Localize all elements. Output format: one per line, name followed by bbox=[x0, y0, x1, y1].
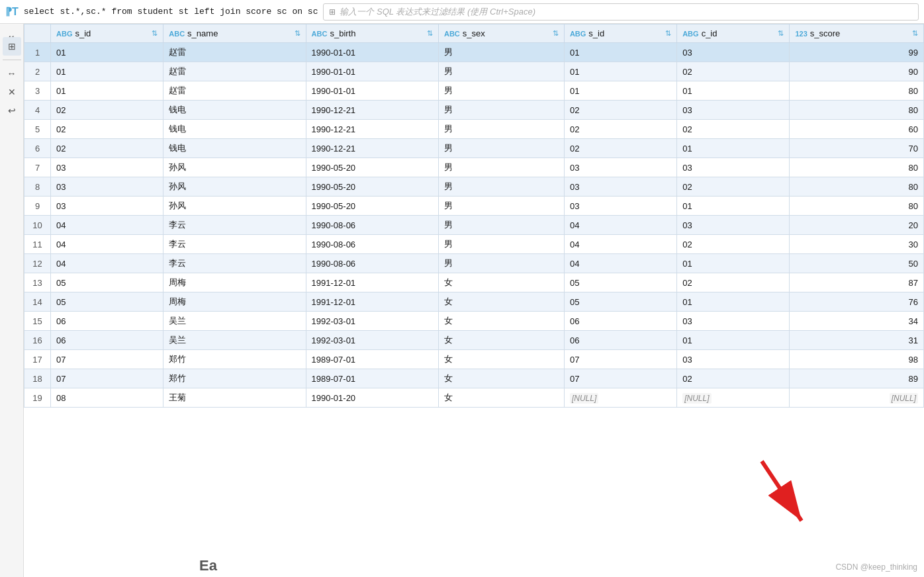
cell-sbirth: 1990-08-06 bbox=[306, 254, 438, 273]
col-name-ssex: s_sex bbox=[463, 28, 485, 38]
sidebar-icon-grid[interactable]: ⊞ bbox=[3, 37, 21, 56]
cell-cid: 01 bbox=[677, 81, 790, 101]
red-arrow bbox=[742, 455, 821, 541]
cell-ssex: 女 bbox=[438, 292, 564, 312]
table-row[interactable]: 1204李云1990-08-06男040150 bbox=[24, 254, 924, 273]
row-number-header bbox=[24, 24, 51, 43]
col-name-sbirth: s_birth bbox=[330, 28, 355, 38]
cell-cid: 03 bbox=[677, 350, 790, 369]
table-row[interactable]: 301赵雷1990-01-01男010180 bbox=[24, 81, 924, 101]
cell-sbirth: 1991-12-01 bbox=[306, 273, 438, 292]
cell-sbirth: 1990-01-01 bbox=[306, 62, 438, 81]
cell-sscore: 76 bbox=[790, 292, 924, 312]
sort-icon-sid1[interactable]: ⇅ bbox=[152, 29, 158, 38]
cell-sid2: 04 bbox=[564, 216, 676, 235]
cell-sname: 孙风 bbox=[163, 158, 306, 177]
table-row[interactable]: 402钱电1990-12-21男020380 bbox=[24, 101, 924, 120]
sidebar-label-structure[interactable]: 结构 bbox=[6, 26, 17, 32]
table-row[interactable]: 1004李云1990-08-06男040320 bbox=[24, 216, 924, 235]
cell-sid1: 03 bbox=[51, 197, 163, 216]
cell-sbirth: 1990-12-21 bbox=[306, 139, 438, 158]
sidebar-top-group: 结构 图 ⊞ bbox=[0, 26, 23, 56]
table-row[interactable]: 1606吴兰1992-03-01女060131 bbox=[24, 331, 924, 350]
col-name-sname: s_name bbox=[187, 28, 218, 38]
col-header-sscore[interactable]: 123 s_score ⇅ bbox=[790, 24, 924, 43]
cell-sname: 吴兰 bbox=[163, 312, 306, 331]
table-row[interactable]: 602钱电1990-12-21男020170 bbox=[24, 139, 924, 158]
col-header-ssex[interactable]: ABC s_sex ⇅ bbox=[438, 24, 564, 43]
cell-sid1: 08 bbox=[51, 388, 163, 408]
col-header-sid1[interactable]: ABG s_id ⇅ bbox=[51, 24, 163, 43]
row-number: 6 bbox=[24, 139, 51, 158]
main-area: 结构 图 ⊞ ↔ ✕ ↩ ABG s_id ⇅ bbox=[0, 24, 924, 577]
cell-ssex: 男 bbox=[438, 235, 564, 254]
cell-sid1: 01 bbox=[51, 62, 163, 81]
sort-icon-ssex[interactable]: ⇅ bbox=[553, 29, 559, 38]
cell-ssex: 女 bbox=[438, 388, 564, 408]
sidebar-bottom-group: ↔ ✕ ↩ bbox=[0, 64, 23, 120]
data-table: ABG s_id ⇅ ABC s_name ⇅ bbox=[24, 24, 924, 408]
cell-sname: 钱电 bbox=[163, 101, 306, 120]
row-number: 3 bbox=[24, 81, 51, 101]
table-row[interactable]: 903孙风1990-05-20男030180 bbox=[24, 197, 924, 216]
cell-sid1: 06 bbox=[51, 312, 163, 331]
cell-ssex: 男 bbox=[438, 197, 564, 216]
cell-ssex: 男 bbox=[438, 216, 564, 235]
cell-sid1: 07 bbox=[51, 350, 163, 369]
table-row[interactable]: 502钱电1990-12-21男020260 bbox=[24, 120, 924, 139]
cell-ssex: 男 bbox=[438, 81, 564, 101]
cell-sid2: 03 bbox=[564, 197, 676, 216]
type-badge-ssex: ABC bbox=[444, 30, 460, 38]
cell-sname: 李云 bbox=[163, 254, 306, 273]
table-row[interactable]: 1807郑竹1989-07-01女070289 bbox=[24, 369, 924, 388]
sort-icon-sname[interactable]: ⇅ bbox=[295, 29, 300, 38]
type-badge-sid1: ABG bbox=[56, 30, 72, 38]
sidebar-icon-close[interactable]: ✕ bbox=[3, 83, 21, 101]
col-header-sname[interactable]: ABC s_name ⇅ bbox=[163, 24, 306, 43]
cell-cid: 02 bbox=[677, 369, 790, 388]
sort-icon-sid2[interactable]: ⇅ bbox=[665, 29, 671, 38]
table-container[interactable]: ABG s_id ⇅ ABC s_name ⇅ bbox=[24, 24, 924, 577]
sidebar-icon-back[interactable]: ↩ bbox=[3, 101, 21, 120]
table-row[interactable]: 1707郑竹1989-07-01女070398 bbox=[24, 350, 924, 369]
table-row[interactable]: 703孙风1990-05-20男030380 bbox=[24, 158, 924, 177]
col-header-sbirth[interactable]: ABC s_birth ⇅ bbox=[306, 24, 438, 43]
sort-icon-sbirth[interactable]: ⇅ bbox=[427, 29, 433, 38]
cell-ssex: 女 bbox=[438, 273, 564, 292]
cell-ssex: 女 bbox=[438, 312, 564, 331]
sidebar-icon-resize[interactable]: ↔ bbox=[3, 64, 21, 83]
table-row[interactable]: 1405周梅1991-12-01女050176 bbox=[24, 292, 924, 312]
table-row[interactable]: 1104李云1990-08-06男040230 bbox=[24, 235, 924, 254]
cell-sid1: 07 bbox=[51, 369, 163, 388]
col-name-sid1: s_id bbox=[75, 28, 91, 38]
cell-sid1: 01 bbox=[51, 43, 163, 62]
table-row[interactable]: 201赵雷1990-01-01男010290 bbox=[24, 62, 924, 81]
col-header-sid2[interactable]: ABG s_id ⇅ bbox=[564, 24, 676, 43]
cell-sscore: 60 bbox=[790, 120, 924, 139]
cell-sid1: 04 bbox=[51, 216, 163, 235]
row-number: 13 bbox=[24, 273, 51, 292]
table-row[interactable]: 1908王菊1990-01-20女[NULL][NULL][NULL] bbox=[24, 388, 924, 408]
cell-cid: [NULL] bbox=[677, 388, 790, 408]
row-number: 16 bbox=[24, 331, 51, 350]
top-bar: ⁋T select st.*,sc.* from student st left… bbox=[0, 0, 924, 24]
row-number: 15 bbox=[24, 312, 51, 331]
cell-cid: 02 bbox=[677, 177, 790, 197]
cell-sbirth: 1990-08-06 bbox=[306, 216, 438, 235]
sidebar-divider-1 bbox=[3, 60, 21, 60]
cell-sbirth: 1992-03-01 bbox=[306, 331, 438, 350]
sort-icon-sscore[interactable]: ⇅ bbox=[912, 29, 918, 38]
cell-sscore: 31 bbox=[790, 331, 924, 350]
type-badge-sscore: 123 bbox=[795, 30, 807, 38]
table-row[interactable]: 1305周梅1991-12-01女050287 bbox=[24, 273, 924, 292]
sql-filter-box[interactable]: ⊞ 输入一个 SQL 表达式来过滤结果 (使用 Ctrl+Space) bbox=[323, 3, 919, 21]
col-header-cid[interactable]: ABG c_id ⇅ bbox=[677, 24, 790, 43]
row-number: 2 bbox=[24, 62, 51, 81]
cell-sid1: 03 bbox=[51, 177, 163, 197]
table-row[interactable]: 101赵雷1990-01-01男010399 bbox=[24, 43, 924, 62]
sidebar-label-diagram[interactable]: 图 bbox=[6, 32, 17, 37]
sort-icon-cid[interactable]: ⇅ bbox=[778, 29, 784, 38]
table-row[interactable]: 803孙风1990-05-20男030280 bbox=[24, 177, 924, 197]
cell-sid2: 02 bbox=[564, 120, 676, 139]
table-row[interactable]: 1506吴兰1992-03-01女060334 bbox=[24, 312, 924, 331]
